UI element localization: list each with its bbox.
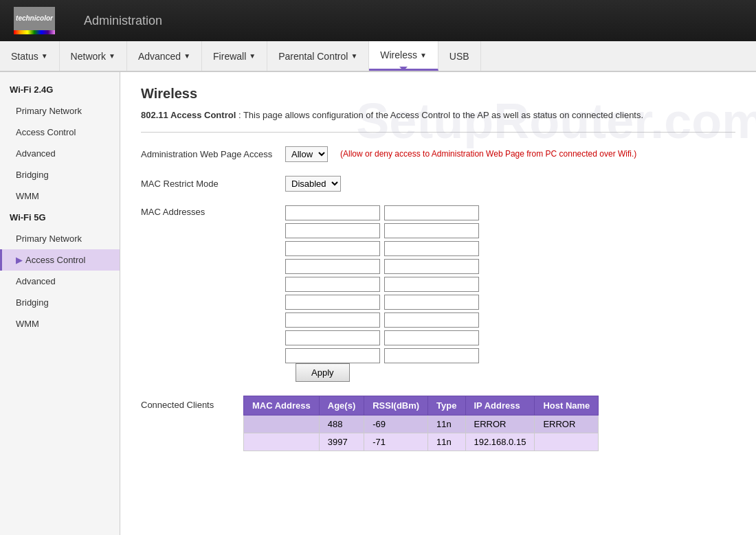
nav-advanced-arrow: ▼ [184, 52, 190, 60]
sidebar-wifi5g-title: Wi-Fi 5G [0, 207, 120, 228]
nav-parental-arrow: ▼ [351, 52, 357, 60]
nav-advanced-label: Advanced [138, 51, 181, 62]
mac-restrict-row: MAC Restrict Mode Disabled Allow Deny [141, 176, 735, 192]
nav-status-label: Status [11, 51, 38, 62]
nav-network[interactable]: Network ▼ [60, 41, 127, 71]
layout: Wi-Fi 2.4G Primary Network Access Contro… [0, 72, 756, 535]
header-title: Administration [84, 14, 162, 28]
cell-age: 3997 [319, 433, 364, 451]
connected-clients-label: Connected Clients [141, 396, 234, 410]
mac-restrict-select[interactable]: Disabled Allow Deny [285, 176, 341, 192]
logo-box: technicolor [14, 7, 55, 34]
sidebar-item-24-wmm[interactable]: WMM [0, 185, 120, 207]
mac-input-16[interactable] [384, 330, 479, 345]
nav-firewall-arrow: ▼ [249, 52, 256, 60]
mac-addresses-label: MAC Addresses [141, 205, 278, 217]
page-desc-text: : This page allows configuration of the … [238, 110, 643, 120]
col-hostname: Host Name [535, 396, 599, 415]
sidebar-arrow-icon: ▶ [16, 255, 23, 265]
sidebar-item-5g-advanced[interactable]: Advanced [0, 271, 120, 292]
cell-age: 488 [319, 415, 364, 433]
cell-rssi: -71 [364, 433, 428, 451]
mac-restrict-label: MAC Restrict Mode [141, 179, 278, 189]
mac-input-5[interactable] [285, 241, 380, 256]
page-title: Wireless [141, 86, 735, 102]
nav-active-indicator [399, 67, 408, 71]
nav-wireless-arrow: ▼ [420, 52, 427, 59]
col-rssi: RSSI(dBm) [364, 396, 428, 415]
mac-input-9[interactable] [285, 277, 380, 292]
cell-mac [244, 433, 320, 451]
mac-input-13[interactable] [285, 312, 380, 328]
sidebar-item-5g-wmm[interactable]: WMM [0, 313, 120, 334]
logo-rainbow [14, 30, 55, 34]
sidebar-item-24-primary[interactable]: Primary Network [0, 100, 120, 122]
mac-input-4[interactable] [384, 223, 479, 238]
mac-input-7[interactable] [285, 259, 380, 274]
mac-input-12[interactable] [384, 295, 479, 310]
table-row: 3997-7111n192.168.0.15 [244, 433, 599, 451]
mac-input-8[interactable] [384, 259, 479, 274]
admin-access-label: Administration Web Page Access [141, 149, 278, 159]
page-description: 802.11 Access Control : This page allows… [141, 109, 735, 122]
navbar: Status ▼ Network ▼ Advanced ▼ Firewall ▼… [0, 41, 756, 72]
nav-network-label: Network [71, 51, 106, 62]
nav-wireless[interactable]: Wireless ▼ [369, 41, 438, 71]
nav-parental-label: Parental Control [278, 51, 348, 62]
admin-access-hint: (Allow or deny access to Administration … [340, 149, 636, 159]
mac-input-14[interactable] [384, 312, 479, 328]
mac-input-17[interactable] [285, 348, 380, 363]
sidebar-item-24-access-control[interactable]: Access Control [0, 122, 120, 143]
mac-input-3[interactable] [285, 223, 380, 238]
mac-input-18[interactable] [384, 348, 479, 363]
cell-ip: 192.168.0.15 [465, 433, 535, 451]
sidebar-item-5g-access-control[interactable]: ▶Access Control [0, 249, 120, 271]
sidebar-wifi24-title: Wi-Fi 2.4G [0, 79, 120, 100]
nav-parental[interactable]: Parental Control ▼ [267, 41, 369, 71]
admin-access-select[interactable]: Allow Deny [285, 146, 328, 162]
nav-firewall[interactable]: Firewall ▼ [202, 41, 267, 71]
mac-input-10[interactable] [384, 277, 479, 292]
mac-input-2[interactable] [384, 205, 479, 220]
sidebar-item-24-advanced[interactable]: Advanced [0, 143, 120, 164]
connected-clients-section: Connected Clients MAC Address Age(s) RSS… [141, 396, 735, 451]
mac-input-6[interactable] [384, 241, 479, 256]
apply-button[interactable]: Apply [296, 363, 350, 382]
main-content: SetupRouter.com Wireless 802.11 Access C… [120, 72, 756, 535]
divider [141, 132, 735, 133]
table-row: 488-6911nERRORERROR [244, 415, 599, 433]
nav-usb[interactable]: USB [438, 41, 481, 71]
admin-access-row: Administration Web Page Access Allow Den… [141, 146, 735, 162]
cell-type: 11n [428, 415, 465, 433]
nav-status-arrow: ▼ [41, 52, 48, 60]
nav-usb-label: USB [449, 51, 469, 62]
mac-addresses-row: MAC Addresses [141, 205, 735, 363]
brand-text: technicolor [16, 14, 53, 27]
cell-hostname: ERROR [535, 415, 599, 433]
sidebar-item-24-bridging[interactable]: Bridging [0, 164, 120, 185]
cell-mac [244, 415, 320, 433]
nav-wireless-label: Wireless [380, 49, 417, 60]
nav-network-arrow: ▼ [109, 52, 115, 60]
sidebar-item-5g-primary[interactable]: Primary Network [0, 228, 120, 249]
sidebar: Wi-Fi 2.4G Primary Network Access Contro… [0, 72, 120, 535]
cell-rssi: -69 [364, 415, 428, 433]
page-subtitle: 802.11 Access Control [141, 110, 236, 120]
nav-status[interactable]: Status ▼ [0, 41, 60, 71]
mac-input-15[interactable] [285, 330, 380, 345]
connected-clients-table: MAC Address Age(s) RSSI(dBm) Type IP Add… [243, 396, 599, 451]
cell-type: 11n [428, 433, 465, 451]
mac-input-1[interactable] [285, 205, 380, 220]
sidebar-item-5g-bridging[interactable]: Bridging [0, 292, 120, 313]
col-mac: MAC Address [244, 396, 320, 415]
table-header-row: MAC Address Age(s) RSSI(dBm) Type IP Add… [244, 396, 599, 415]
logo-area: technicolor Administration [14, 7, 162, 34]
col-ip: IP Address [465, 396, 535, 415]
mac-input-11[interactable] [285, 295, 380, 310]
col-type: Type [428, 396, 465, 415]
nav-advanced[interactable]: Advanced ▼ [127, 41, 202, 71]
col-age: Age(s) [319, 396, 364, 415]
form-section: Administration Web Page Access Allow Den… [141, 146, 735, 363]
header: technicolor Administration [0, 0, 756, 41]
cell-hostname [535, 433, 599, 451]
